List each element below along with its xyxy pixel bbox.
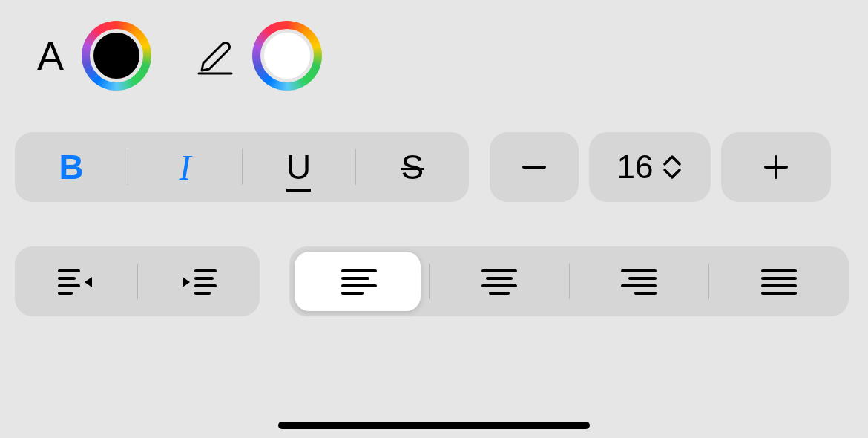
strikethrough-label: S: [401, 147, 424, 187]
font-size-decrease-button[interactable]: [490, 132, 579, 202]
outdent-button[interactable]: [15, 246, 137, 316]
font-size-group: 16: [490, 132, 831, 202]
font-size-value-button[interactable]: 16: [589, 132, 711, 202]
plus-icon: [760, 151, 792, 183]
highlight-color-picker[interactable]: [252, 21, 322, 91]
indent-group: [15, 246, 260, 316]
align-right-button[interactable]: [570, 246, 709, 316]
align-justify-button[interactable]: [709, 246, 849, 316]
font-size-increase-button[interactable]: [721, 132, 831, 202]
text-color-swatch: [90, 29, 143, 82]
underline-label: U: [286, 147, 311, 187]
home-indicator[interactable]: [278, 422, 590, 429]
text-color-picker[interactable]: [82, 21, 151, 91]
minus-icon: [518, 151, 550, 183]
font-size-value: 16: [617, 148, 654, 186]
indent-button[interactable]: [138, 246, 260, 316]
align-left-button[interactable]: [289, 246, 429, 316]
highlight-icon: [194, 35, 236, 76]
highlight-color-swatch: [260, 29, 314, 82]
align-justify-icon: [760, 267, 798, 296]
stepper-icon: [662, 154, 683, 180]
text-color-label: A: [37, 33, 64, 79]
strikethrough-button[interactable]: S: [356, 132, 469, 202]
italic-button[interactable]: I: [128, 132, 241, 202]
align-center-icon: [480, 267, 519, 296]
align-center-button[interactable]: [430, 246, 569, 316]
indent-icon: [180, 265, 218, 298]
align-right-icon: [619, 267, 658, 296]
align-left-icon: [340, 267, 378, 296]
outdent-icon: [56, 265, 95, 298]
underline-button[interactable]: U: [243, 132, 355, 202]
text-style-group: B I U S: [15, 132, 469, 202]
bold-button[interactable]: B: [15, 132, 128, 202]
italic-label: I: [179, 147, 191, 188]
bold-label: B: [59, 147, 84, 187]
alignment-group: [289, 246, 849, 316]
